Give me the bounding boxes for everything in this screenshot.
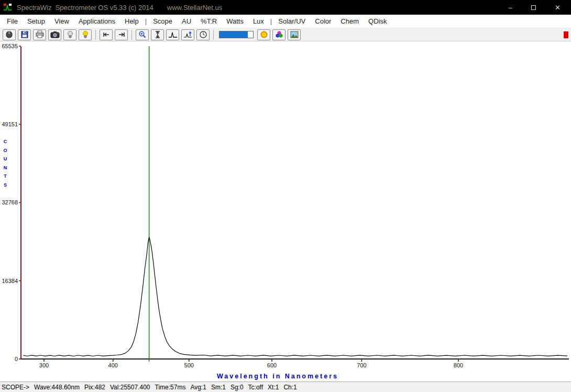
status-field: Avg:1 xyxy=(190,384,206,391)
menu-item-chem[interactable]: Chem xyxy=(336,17,364,25)
menu-item-view[interactable]: View xyxy=(50,17,74,25)
export-graph-button[interactable] xyxy=(181,29,194,40)
scale-right-button[interactable] xyxy=(115,29,128,40)
status-indicator xyxy=(564,31,568,38)
toolbar-separator xyxy=(131,30,132,40)
camera-icon xyxy=(50,31,60,38)
color-wheel-icon xyxy=(275,30,283,39)
spectrum-plot: 300400500600700800016384327684915165535 xyxy=(0,41,571,382)
save-button[interactable] xyxy=(18,29,31,40)
graph-export-icon xyxy=(183,31,193,38)
status-field: Wave:448.60nm xyxy=(34,384,80,391)
minimize-button[interactable]: – xyxy=(509,4,512,12)
title-bar: SpectraWiz Spectrometer OS v5.33 (c) 201… xyxy=(0,0,571,15)
x-tick-label: 800 xyxy=(454,362,463,368)
printer-icon xyxy=(35,30,45,39)
menu-item-scope[interactable]: Scope xyxy=(148,17,177,25)
timer-button[interactable] xyxy=(196,29,210,40)
x-tick-label: 700 xyxy=(357,362,366,368)
sun-icon xyxy=(260,30,268,39)
progress-fill xyxy=(219,31,248,38)
menu-item-setup[interactable]: Setup xyxy=(23,17,50,25)
image-icon xyxy=(290,31,299,38)
status-field: Val:25507.400 xyxy=(110,384,150,391)
y-tick-label: 32768 xyxy=(2,199,18,205)
menu-bar: FileSetupViewApplicationsHelp|ScopeAU%T:… xyxy=(0,15,571,28)
y-tick-label: 49151 xyxy=(2,121,18,127)
y-tick-label: 65535 xyxy=(2,43,18,49)
y-tick-label: 0 xyxy=(15,356,18,362)
menu-item-lux[interactable]: Lux xyxy=(248,17,269,25)
vertical-fit-icon xyxy=(154,30,161,39)
y-axis-title-letter: T xyxy=(3,172,8,181)
status-bar: SCOPE->Wave:448.60nmPix:482Val:25507.400… xyxy=(0,382,571,392)
y-axis-title-letter: U xyxy=(3,155,8,164)
x-tick-label: 400 xyxy=(108,362,118,368)
floppy-disk-icon xyxy=(20,30,29,39)
spectral-image-button[interactable] xyxy=(288,29,301,40)
menu-item-color[interactable]: Color xyxy=(310,17,336,25)
y-axis-title-letter: N xyxy=(3,164,8,172)
app-window: SpectraWiz Spectrometer OS v5.33 (c) 201… xyxy=(0,0,571,392)
y-axis-title: COUNTS xyxy=(3,137,8,189)
status-field: Xt:1 xyxy=(268,384,279,391)
peak-icon xyxy=(168,31,178,38)
status-field: Sg:0 xyxy=(230,384,244,391)
window-title: SpectraWiz Spectrometer OS v5.33 (c) 201… xyxy=(17,4,153,12)
arrow-right-bar-icon xyxy=(117,31,126,38)
toolbar xyxy=(0,28,571,41)
spectrum-trace xyxy=(24,237,567,356)
menu-item-file[interactable]: File xyxy=(2,17,23,25)
menu-item-solar-uv[interactable]: Solar/UV xyxy=(273,17,310,25)
y-tick-label: 16384 xyxy=(2,278,18,284)
zoom-button[interactable] xyxy=(136,29,149,40)
color-measure-button[interactable] xyxy=(272,29,285,40)
dark-reference-button[interactable] xyxy=(63,29,76,40)
clock-icon xyxy=(199,30,207,39)
menu-item-applications[interactable]: Applications xyxy=(74,17,120,25)
menu-item-help[interactable]: Help xyxy=(120,17,144,25)
peak-view-button[interactable] xyxy=(166,29,179,40)
menu-item-au[interactable]: AU xyxy=(177,17,196,25)
maximize-button[interactable] xyxy=(531,5,536,10)
x-axis-title: Wavelength in Nanometers xyxy=(0,373,555,380)
snapshot-button[interactable] xyxy=(48,29,61,40)
toolbar-separator xyxy=(213,30,214,40)
scale-left-button[interactable] xyxy=(100,29,113,40)
print-button[interactable] xyxy=(33,29,46,40)
autoscale-y-button[interactable] xyxy=(151,29,164,40)
zoom-icon xyxy=(138,30,147,39)
status-field: Sm:1 xyxy=(211,384,226,391)
window-controls: – ✕ xyxy=(509,4,571,12)
y-axis-title-letter: O xyxy=(3,146,8,155)
arrow-left-bar-icon xyxy=(102,31,111,38)
acquisition-progress-bar xyxy=(219,31,254,38)
app-icon xyxy=(3,3,13,12)
menu-item-t-r[interactable]: %T:R xyxy=(196,17,222,25)
lamp-off-icon xyxy=(67,30,74,39)
light-reference-button[interactable] xyxy=(79,29,92,40)
menu-item-watts[interactable]: Watts xyxy=(222,17,248,25)
mouse-icon xyxy=(5,30,14,39)
irradiance-button[interactable] xyxy=(257,29,270,40)
status-field: Tc:off xyxy=(248,384,263,391)
menu-separator: | xyxy=(269,17,273,25)
status-field: Time:57ms xyxy=(155,384,186,391)
toolbar-separator xyxy=(95,30,96,40)
menu-item-qdisk[interactable]: QDisk xyxy=(364,17,391,25)
menu-separator: | xyxy=(144,17,148,25)
close-button[interactable]: ✕ xyxy=(555,4,561,12)
y-axis-title-letter: S xyxy=(3,181,8,190)
status-field: Ch:1 xyxy=(283,384,297,391)
status-field: SCOPE-> xyxy=(2,384,29,391)
x-tick-label: 600 xyxy=(267,362,277,368)
y-axis-title-letter: C xyxy=(3,137,8,146)
x-tick-label: 500 xyxy=(184,362,194,368)
window-title-url: www.StellarNet.us xyxy=(167,4,222,12)
acquire-button[interactable] xyxy=(3,29,16,40)
chart-area: 300400500600700800016384327684915165535 … xyxy=(0,41,571,382)
lamp-on-icon xyxy=(82,30,89,39)
status-field: Pix:482 xyxy=(84,384,105,391)
x-tick-label: 300 xyxy=(39,362,49,368)
